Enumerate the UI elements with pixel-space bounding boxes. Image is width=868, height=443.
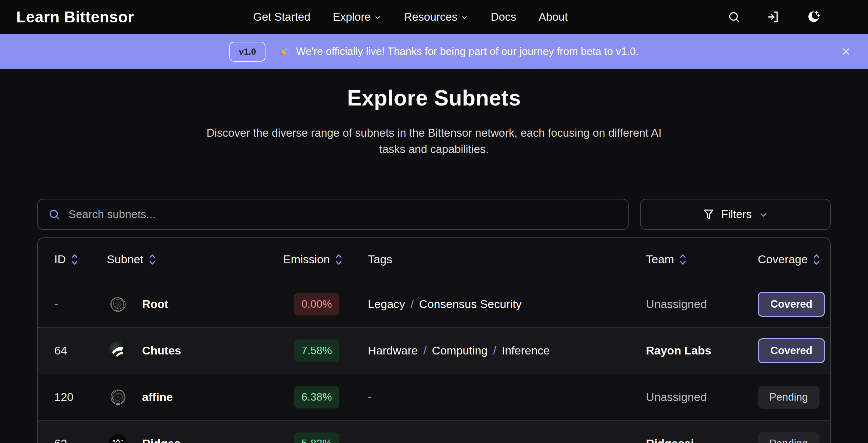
filter-funnel-icon — [703, 209, 714, 220]
team-cell: Unassigned — [646, 390, 758, 404]
login-icon — [767, 11, 780, 23]
chevron-down-icon — [461, 13, 468, 21]
search-icon — [48, 208, 60, 220]
party-popper-icon — [278, 45, 291, 58]
team-cell: Rayon Labs — [646, 344, 758, 357]
subnet-id-cell: 62 — [54, 437, 107, 443]
emission-badge: 0.00% — [294, 293, 339, 315]
coverage-status-button[interactable]: Pending — [758, 432, 820, 443]
emission-cell: 6.38% — [283, 386, 368, 408]
sort-icon — [679, 254, 686, 265]
table-row[interactable]: - Root 0.00% Legacy/Consensus Security U… — [38, 281, 830, 327]
nav-actions — [728, 10, 821, 24]
table-row[interactable]: 64 Chutes 7.58% Hardware/Computing/Infer… — [38, 327, 830, 374]
nav-item-explore[interactable]: Explore — [333, 11, 382, 23]
tag-inference: Inference — [502, 344, 550, 357]
subnet-tags-cell: Hardware/Computing/Inference — [368, 344, 646, 357]
table-row[interactable]: 120 affine 6.38% - Unassigned Pending — [38, 374, 830, 420]
tag-consensus-security: Consensus Security — [419, 297, 521, 311]
sort-icon — [813, 254, 820, 265]
table-header-row: ID Subnet Emission Tags Team Coverage — [38, 238, 830, 281]
chevron-down-icon — [758, 209, 768, 220]
search-subnets-box — [37, 199, 629, 230]
subnet-id-cell: - — [54, 297, 107, 311]
emission-badge: 5.83% — [294, 432, 339, 443]
subnet-id-cell: 120 — [54, 390, 107, 404]
moon-star-icon — [806, 10, 821, 24]
column-header-id[interactable]: ID — [54, 253, 107, 266]
sort-icon — [71, 254, 78, 265]
subnet-tags-cell: Legacy/Consensus Security — [368, 297, 646, 311]
tag-hardware: Hardware — [368, 344, 418, 357]
emission-badge: 7.58% — [294, 340, 339, 362]
coverage-cell: Covered — [758, 338, 825, 363]
team-cell: Unassigned — [646, 297, 758, 311]
theme-toggle-button[interactable] — [806, 10, 821, 24]
coverage-cell: Pending — [758, 432, 822, 443]
close-icon — [840, 46, 852, 57]
search-button[interactable] — [728, 11, 741, 23]
empty-tags-placeholder: - — [368, 390, 372, 404]
filters-button[interactable]: Filters — [640, 199, 831, 230]
search-icon — [728, 11, 741, 23]
page-subtitle: Discover the diverse range of subnets in… — [197, 125, 671, 157]
affine-sphere-icon — [107, 386, 129, 408]
coverage-status-button[interactable]: Covered — [758, 338, 825, 363]
sort-icon — [149, 254, 156, 265]
team-cell: Ridgesai — [646, 437, 758, 443]
subnets-table: ID Subnet Emission Tags Team Coverage — [37, 237, 831, 443]
emission-badge: 6.38% — [294, 386, 339, 408]
column-header-emission[interactable]: Emission — [283, 253, 368, 266]
table-row[interactable]: 62 Ridges 5.83% - Ridgesai Pending — [38, 420, 830, 443]
tag-separator: / — [411, 297, 414, 311]
chevron-down-icon — [374, 13, 381, 21]
banner-message: We're officially live! Thanks for being … — [296, 45, 638, 58]
hero-section: Explore Subnets Discover the diverse ran… — [0, 69, 868, 157]
subnet-name-cell: Chutes — [107, 340, 283, 362]
table-body: - Root 0.00% Legacy/Consensus Security U… — [38, 281, 830, 443]
root-sphere-icon — [107, 293, 129, 315]
subnet-name-cell: Ridges — [107, 432, 283, 443]
brand-logo[interactable]: Learn Bittensor — [16, 8, 134, 26]
emission-cell: 5.83% — [283, 432, 368, 443]
login-button[interactable] — [767, 11, 780, 23]
subnet-name-cell: Root — [107, 293, 283, 315]
subnet-name-cell: affine — [107, 386, 283, 408]
column-header-tags: Tags — [368, 253, 646, 266]
filters-label: Filters — [721, 208, 752, 221]
chutes-logo-icon — [107, 340, 129, 362]
emission-cell: 0.00% — [283, 293, 368, 315]
coverage-status-button[interactable]: Covered — [758, 292, 825, 317]
empty-tags-placeholder: - — [368, 437, 372, 443]
nav-item-get-started[interactable]: Get Started — [253, 11, 311, 23]
column-header-team[interactable]: Team — [646, 253, 758, 266]
column-header-coverage[interactable]: Coverage — [758, 253, 822, 266]
column-header-subnet[interactable]: Subnet — [107, 253, 283, 266]
nav-item-docs[interactable]: Docs — [491, 11, 516, 23]
banner-message-wrap: We're officially live! Thanks for being … — [278, 45, 638, 58]
tag-separator: / — [423, 344, 426, 357]
version-badge: v1.0 — [229, 42, 265, 62]
subnet-id-cell: 64 — [54, 344, 107, 357]
page-title: Explore Subnets — [0, 85, 868, 111]
top-navigation-bar: Learn Bittensor Get Started Explore Reso… — [0, 0, 868, 34]
tag-computing: Computing — [432, 344, 488, 357]
nav-links: Get Started Explore Resources Docs About — [253, 11, 568, 23]
sort-icon — [335, 254, 342, 265]
subnet-search-input[interactable] — [68, 208, 618, 221]
nav-item-about[interactable]: About — [538, 11, 568, 23]
coverage-status-button[interactable]: Pending — [758, 386, 820, 409]
coverage-cell: Covered — [758, 292, 825, 317]
tag-separator: / — [493, 344, 496, 357]
toolbar: Filters — [37, 199, 831, 230]
emission-cell: 7.58% — [283, 340, 368, 362]
subnet-tags-cell: - — [368, 437, 646, 443]
tag-legacy: Legacy — [368, 297, 405, 311]
nav-item-resources[interactable]: Resources — [404, 11, 468, 23]
ridges-drops-icon — [107, 432, 129, 443]
banner-close-button[interactable] — [837, 43, 854, 60]
coverage-cell: Pending — [758, 386, 822, 409]
subnet-tags-cell: - — [368, 390, 646, 404]
announcement-banner: v1.0 We're officially live! Thanks for b… — [0, 34, 868, 69]
